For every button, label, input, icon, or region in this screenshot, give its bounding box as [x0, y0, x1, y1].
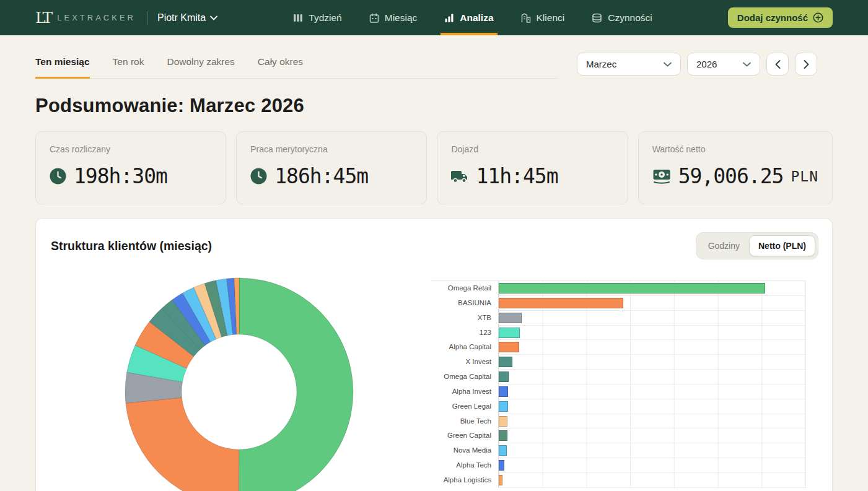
bar-label: Omega Capital	[431, 370, 498, 385]
nav-item-label: Klienci	[537, 12, 565, 24]
clock-icon	[50, 168, 66, 185]
bar-row: 123	[431, 326, 806, 341]
chevron-down-icon	[664, 62, 672, 67]
bar-track	[498, 428, 806, 443]
toggle-netto-pln[interactable]: Netto (PLN)	[749, 235, 815, 256]
bar-track	[498, 458, 806, 473]
tab-dowolny-zakres[interactable]: Dowolny zakres	[167, 53, 234, 78]
clock-icon	[250, 168, 267, 185]
bar-row: Omega Capital	[431, 370, 806, 385]
stat-card-czas-rozliczany: Czas rozliczany 198h:30m	[35, 131, 226, 204]
stat-label: Czas rozliczany	[50, 144, 212, 154]
bar-track	[498, 473, 806, 488]
bar-track	[498, 311, 806, 326]
month-select[interactable]: Marzec	[577, 53, 681, 76]
bar-row: Blue Tech	[431, 414, 806, 429]
next-period-button[interactable]	[795, 53, 817, 76]
bar[interactable]	[499, 430, 507, 441]
bar-row: Alpha Tech	[431, 458, 806, 473]
banknote-icon	[652, 168, 671, 185]
nav-item-miesiac[interactable]: Miesiąc	[369, 0, 418, 35]
bar[interactable]	[499, 342, 519, 352]
year-select[interactable]: 2026	[687, 53, 760, 76]
bar-track	[498, 281, 806, 296]
donut-segment[interactable]	[126, 398, 239, 491]
stack-icon	[592, 13, 602, 23]
bar-label: Nova Media	[431, 443, 498, 458]
bar-chart[interactable]: Omega RetailBASIUNIAXTB123Alpha CapitalX…	[431, 280, 806, 488]
period-controls: Marzec 2026	[577, 53, 817, 76]
donut-segment[interactable]	[239, 278, 353, 491]
stat-cards: Czas rozliczany 198h:30m Praca merytoryc…	[35, 131, 833, 204]
nav-item-analiza[interactable]: Analiza	[444, 0, 493, 35]
bar-label: Omega Retail	[431, 281, 498, 296]
user-menu[interactable]: Piotr Kmita	[157, 12, 217, 24]
bar-track	[498, 326, 806, 341]
bar-row: Nova Media	[431, 443, 806, 458]
bar-track	[498, 385, 806, 399]
nav-item-czynnosci[interactable]: Czynności	[592, 0, 652, 35]
logo-text: LEXTRACKER	[57, 13, 136, 22]
bar[interactable]	[499, 445, 507, 456]
bar-label: Green Legal	[431, 399, 498, 414]
nav-item-label: Czynności	[608, 12, 652, 24]
bar[interactable]	[499, 313, 522, 323]
bar-row: XTB	[431, 311, 806, 326]
truck-icon	[451, 168, 468, 185]
bar-track	[498, 370, 806, 385]
bar-label: Alpha Tech	[431, 458, 498, 473]
logo-mark: LT	[35, 10, 51, 25]
bar[interactable]	[499, 372, 509, 382]
toggle-godziny[interactable]: Godziny	[699, 235, 749, 256]
nav-item-label: Miesiąc	[385, 12, 418, 24]
chevron-right-icon	[804, 60, 809, 69]
plus-circle-icon	[813, 12, 823, 23]
bar[interactable]	[499, 401, 508, 412]
bar-chart-rows: Omega RetailBASIUNIAXTB123Alpha CapitalX…	[431, 280, 806, 488]
bar-track	[498, 414, 806, 429]
bar[interactable]	[499, 386, 508, 397]
bar-chart-icon	[444, 13, 454, 23]
nav-item-klienci[interactable]: Klienci	[521, 0, 565, 35]
bar-label: Alpha Logistics	[431, 473, 498, 488]
stat-value: 11h:45m	[476, 164, 558, 188]
stat-value: 198h:30m	[74, 164, 167, 188]
client-structure-panel: Struktura klientów (miesiąc) Godziny Net…	[35, 218, 833, 491]
bar-label: Blue Tech	[431, 414, 498, 429]
unit-toggle: Godziny Netto (PLN)	[696, 232, 818, 259]
bar[interactable]	[499, 298, 623, 308]
add-activity-button[interactable]: Dodaj czynność	[728, 7, 833, 28]
bar[interactable]	[499, 328, 520, 338]
bar[interactable]	[499, 357, 512, 367]
bar-track	[498, 399, 806, 414]
user-name: Piotr Kmita	[157, 12, 206, 24]
period-tabs: Ten miesiąc Ten rok Dowolny zakres Cały …	[35, 53, 558, 79]
chevron-down-icon	[743, 62, 751, 67]
tab-ten-miesiac[interactable]: Ten miesiąc	[35, 53, 90, 78]
bar-track	[498, 296, 806, 311]
tab-caly-okres[interactable]: Cały okres	[258, 53, 303, 78]
bar-track	[498, 355, 806, 370]
bar-label: Alpha Invest	[431, 385, 498, 399]
divider	[147, 11, 147, 25]
tab-ten-rok[interactable]: Ten rok	[113, 53, 144, 78]
week-icon	[293, 13, 303, 23]
nav-item-label: Tydzień	[309, 12, 341, 24]
bar[interactable]	[499, 475, 502, 485]
brand[interactable]: LT LEXTRACKER	[35, 10, 136, 25]
donut-chart[interactable]	[121, 274, 357, 491]
bar-label: 123	[431, 326, 498, 341]
bar[interactable]	[499, 283, 765, 293]
bar-label: BASIUNIA	[431, 296, 498, 311]
nav-item-tydzien[interactable]: Tydzień	[293, 0, 341, 35]
bar[interactable]	[499, 416, 507, 427]
bar-label: X Invest	[431, 355, 498, 370]
chevron-left-icon	[775, 60, 781, 69]
bar-row: Omega Retail	[431, 281, 806, 296]
page-title: Podsumowanie: Marzec 2026	[35, 95, 833, 117]
prev-period-button[interactable]	[766, 53, 789, 76]
stat-value-suffix: PLN	[791, 168, 818, 185]
panel-title: Struktura klientów (miesiąc)	[51, 239, 212, 253]
bar[interactable]	[499, 460, 504, 471]
bar-label: Green Capital	[431, 428, 498, 443]
